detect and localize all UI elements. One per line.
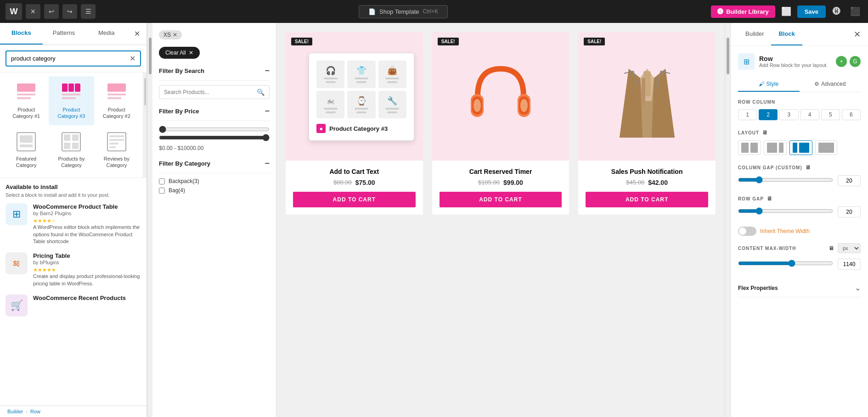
row-col-selector: 1 2 3 4 5 6	[738, 109, 861, 120]
svg-rect-7	[62, 97, 76, 99]
search-clear-icon[interactable]: ✕	[130, 54, 135, 63]
layout-opt-1[interactable]	[764, 140, 787, 155]
column-gap-responsive-icon: 🖥	[805, 164, 811, 171]
column-gap-value[interactable]	[838, 175, 861, 186]
search-input[interactable]	[11, 55, 126, 62]
green-icon-plus[interactable]: +	[836, 56, 847, 67]
settings-icon-button[interactable]: 🅦	[829, 4, 844, 19]
category-checkbox-bag[interactable]	[159, 188, 165, 194]
block-tooltip: 🎧 👕 👜 🏍	[309, 53, 414, 141]
toggle-panel-button[interactable]: ⬛	[848, 4, 862, 19]
style-tabs: 🖌 Style ⚙ Advanced	[738, 77, 861, 92]
inherit-theme-width-row: Inherit Theme Width	[738, 227, 861, 236]
row-gap-label-text: ROW GAP	[738, 196, 764, 201]
max-width-value[interactable]	[838, 259, 861, 270]
undo-button[interactable]: ↩	[44, 4, 59, 19]
max-width-row: CONTENT MAX-WIDTH 🖥 px % em	[738, 243, 861, 253]
plugin-by-0: by Barn2 Plugins	[33, 211, 141, 216]
redo-button[interactable]: ↪	[62, 4, 77, 19]
tab-builder[interactable]: Builder	[738, 23, 771, 45]
price-range-min[interactable]	[159, 126, 270, 133]
add-to-cart-button-2[interactable]: ADD TO CART	[586, 192, 708, 207]
filter-price-collapse[interactable]: −	[265, 106, 270, 116]
search-products-input[interactable]	[164, 89, 253, 95]
add-to-cart-button-0[interactable]: ADD TO CART	[293, 192, 416, 207]
menu-button[interactable]: ☰	[81, 4, 96, 19]
template-button[interactable]: 📄 Shop Template Ctrl+K	[359, 5, 448, 18]
filter-tag-xs-remove[interactable]: ✕	[173, 32, 177, 38]
canvas-wrapper: 🎧 👕 👜 🏍	[147, 23, 730, 417]
column-gap-slider[interactable]	[738, 176, 833, 183]
save-button[interactable]: Save	[797, 6, 826, 18]
category-checkbox-backpack[interactable]	[159, 178, 165, 184]
breadcrumb-separator: ›	[26, 409, 28, 414]
panel-close-button[interactable]: ✕	[854, 29, 861, 39]
tab-block[interactable]: Block	[771, 23, 802, 45]
preview-icon-5: 🔧	[387, 96, 397, 106]
canvas-right-scrollbar[interactable]	[725, 23, 730, 417]
plugin-info-0: WooCommerce Product Table by Barn2 Plugi…	[33, 203, 141, 245]
block-label-products-by-category: Products by Category	[52, 156, 90, 169]
block-item-products-by-category[interactable]: Products by Category	[49, 125, 94, 174]
wp-logo[interactable]: W	[6, 3, 22, 20]
plugin-item-2[interactable]: 🛒 WooCommerce Recent Products	[6, 295, 141, 317]
block-item-product-category-3[interactable]: Product Category #3	[49, 76, 94, 125]
tab-blocks[interactable]: Blocks	[0, 23, 43, 44]
block-label-product-category-1: Product Category #1	[7, 106, 45, 120]
max-width-label-text: CONTENT MAX-WIDTH	[738, 246, 796, 251]
col-num-3[interactable]: 3	[779, 109, 798, 120]
breadcrumb-builder[interactable]: Builder	[7, 409, 23, 414]
add-to-cart-button-1[interactable]: ADD TO CART	[440, 192, 562, 207]
layout-opt-2[interactable]	[789, 140, 812, 155]
row-gap-value[interactable]	[838, 206, 861, 217]
block-item-featured-category[interactable]: Featured Category	[4, 125, 49, 174]
col-num-2[interactable]: 2	[759, 109, 778, 120]
max-width-unit-select[interactable]: px % em	[838, 243, 861, 253]
plugin-info-2: WooCommerce Recent Products	[33, 295, 141, 317]
product-name-0: Add to Cart Text	[293, 168, 416, 175]
filter-category-collapse[interactable]: −	[265, 159, 270, 168]
main-area: Blocks Patterns Media ✕ ✕	[0, 23, 868, 417]
block-icon-reviews-by-category	[106, 131, 128, 153]
max-width-slider[interactable]	[738, 260, 833, 267]
plugin-item-1[interactable]: $₿ Pricing Table by bPlugins ★★★★★ Creat…	[6, 252, 141, 287]
sidebar-close-button[interactable]: ✕	[128, 23, 147, 44]
tab-media[interactable]: Media	[85, 23, 128, 44]
block-item-product-category-2[interactable]: Product Category #2	[94, 76, 139, 125]
preview-icon-0: 🎧	[326, 66, 336, 76]
breadcrumb-row[interactable]: Row	[30, 409, 40, 414]
row-gap-slider[interactable]	[738, 207, 833, 215]
clear-all-button[interactable]: Clear All ✕	[159, 47, 200, 59]
layout-opt-3[interactable]	[815, 140, 837, 155]
tab-patterns[interactable]: Patterns	[43, 23, 85, 44]
block-label-product-category-3: Product Category #3	[52, 106, 90, 120]
layout-opt-0[interactable]	[738, 140, 761, 155]
column-gap-label-text: COLUMN GAP (CUSTOM)	[738, 165, 802, 170]
clear-all-label: Clear All	[165, 50, 186, 56]
style-tab-style[interactable]: 🖌 Style	[738, 77, 800, 92]
plugin-name-2: WooCommerce Recent Products	[33, 295, 141, 301]
inherit-theme-width-toggle[interactable]	[738, 227, 756, 236]
green-icon-g[interactable]: G	[850, 56, 861, 67]
flex-properties-row[interactable]: Flex Properties ⌄	[738, 279, 861, 297]
close-button[interactable]: ✕	[26, 4, 40, 19]
preview-button[interactable]: ⬜	[779, 4, 794, 19]
col-num-1[interactable]: 1	[738, 109, 757, 120]
filter-header-search: Filter By Search −	[159, 66, 270, 81]
canvas-left-scrollbar[interactable]	[147, 23, 152, 417]
builder-library-button[interactable]: 🅦 Builder Library	[711, 6, 775, 18]
filter-search-collapse[interactable]: −	[265, 66, 270, 76]
style-tab-advanced[interactable]: ⚙ Advanced	[800, 77, 861, 92]
block-item-product-category-1[interactable]: Product Category #1	[4, 76, 49, 125]
col-num-5[interactable]: 5	[821, 109, 840, 120]
inherit-theme-width-label: Inherit Theme Width	[760, 228, 810, 234]
col-num-4[interactable]: 4	[800, 109, 819, 120]
plugin-item-0[interactable]: ⊞ WooCommerce Product Table by Barn2 Plu…	[6, 203, 141, 245]
svg-point-33	[473, 99, 481, 112]
price-range-max[interactable]	[159, 134, 270, 141]
price-label: $0.00 - $10000.00	[159, 145, 270, 151]
svg-rect-9	[107, 94, 126, 95]
tooltip-preview: 🎧 👕 👜 🏍	[316, 61, 406, 118]
col-num-6[interactable]: 6	[842, 109, 861, 120]
block-item-reviews-by-category[interactable]: Reviews by Category	[94, 125, 139, 174]
